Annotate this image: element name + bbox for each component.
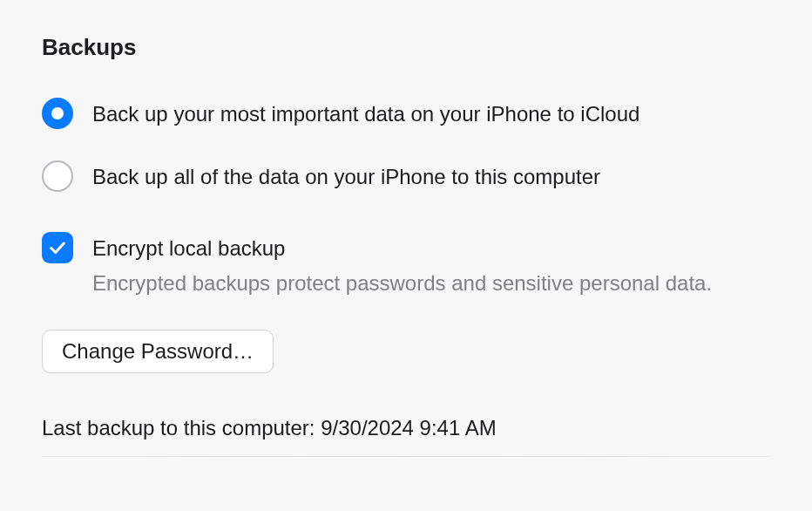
encrypt-description: Encrypted backups protect passwords and … <box>92 269 770 298</box>
last-backup-text: Last backup to this computer: 9/30/2024 … <box>42 413 770 443</box>
radio-label-computer: Back up all of the data on your iPhone t… <box>92 162 600 192</box>
radio-label-icloud: Back up your most important data on your… <box>92 99 639 129</box>
encrypt-checkbox[interactable] <box>42 232 73 263</box>
section-title: Backups <box>42 31 770 63</box>
radio-row-icloud[interactable]: Back up your most important data on your… <box>42 98 770 129</box>
divider <box>42 456 770 457</box>
encrypt-checkbox-label: Encrypt local backup <box>92 234 285 263</box>
radio-computer[interactable] <box>42 160 73 192</box>
radio-icloud[interactable] <box>42 98 73 129</box>
backup-destination-radio-group: Back up your most important data on your… <box>42 98 770 192</box>
checkmark-icon <box>48 238 67 257</box>
radio-selected-indicator-icon <box>51 107 64 119</box>
change-password-button[interactable]: Change Password… <box>42 330 274 373</box>
radio-row-computer[interactable]: Back up all of the data on your iPhone t… <box>42 160 770 192</box>
encrypt-checkbox-row[interactable]: Encrypt local backup <box>42 232 770 263</box>
